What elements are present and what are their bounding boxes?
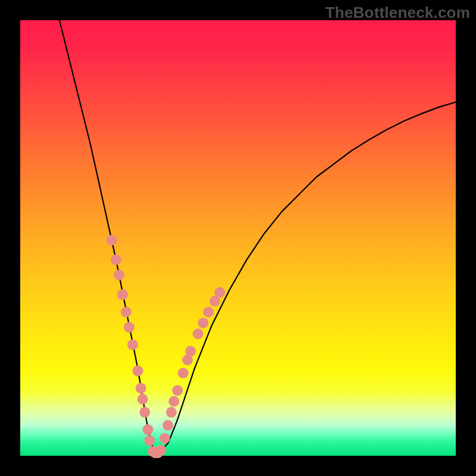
- data-marker: [133, 365, 143, 376]
- data-marker: [178, 368, 189, 378]
- data-marker: [107, 235, 117, 246]
- chart-frame: TheBottleneck.com: [0, 0, 476, 476]
- data-marker: [166, 407, 177, 418]
- data-marker: [198, 318, 208, 328]
- data-marker: [143, 424, 154, 435]
- data-marker: [124, 322, 134, 333]
- data-marker: [193, 328, 203, 339]
- data-marker: [203, 306, 214, 317]
- data-marker: [139, 407, 150, 418]
- data-marker: [144, 435, 155, 446]
- data-marker: [111, 255, 121, 265]
- data-marker: [121, 306, 131, 317]
- data-marker: [127, 339, 138, 350]
- data-marker: [155, 445, 166, 456]
- data-marker: [137, 394, 148, 405]
- watermark-text: TheBottleneck.com: [325, 4, 470, 22]
- data-marker: [162, 420, 173, 431]
- bottleneck-curve: [60, 20, 456, 453]
- data-marker: [172, 385, 183, 396]
- data-marker: [159, 433, 170, 444]
- marker-group: [107, 235, 226, 458]
- curve-svg: [20, 20, 456, 456]
- data-marker: [214, 287, 225, 298]
- data-marker: [168, 396, 179, 407]
- data-marker: [185, 346, 196, 356]
- data-marker: [136, 383, 146, 394]
- data-marker: [114, 270, 124, 280]
- data-marker: [117, 289, 128, 300]
- plot-area: [20, 20, 456, 456]
